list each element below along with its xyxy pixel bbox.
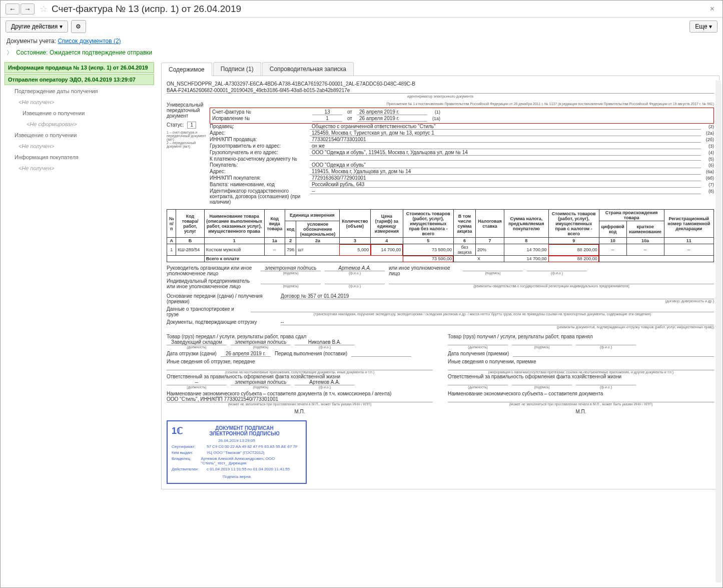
back-button[interactable]: ← (6, 4, 20, 15)
sidebar-status-not-received-2: <Не получен> (5, 141, 154, 151)
items-table: № п/п Код товара/ работ, услуг Наименова… (167, 209, 714, 262)
tab-content[interactable]: Содержимое (161, 63, 212, 76)
correction-number: 1 (312, 116, 342, 122)
doc-id-note: идентификатор электронного документа (167, 95, 714, 98)
doc-list-link[interactable]: Список документов (2) (58, 38, 121, 45)
head-signer: Артемов А.А. (325, 265, 385, 271)
status-value: 1 (187, 122, 196, 129)
sf-date: 26 апреля 2019 г. (357, 109, 427, 115)
basis-value: Договор № 357 от 01.04.2019 (281, 293, 714, 299)
doc-id-line1: ON_NSCHFDOPPR_2AL-A7303297-E6CA-4BD6-A73… (167, 81, 714, 87)
tab-cover-note[interactable]: Сопроводительная записка (262, 62, 354, 76)
sidebar-status-not-received-1: <Не получен> (5, 97, 154, 107)
favorite-icon[interactable]: ☆ (40, 4, 48, 15)
sidebar-item-sent-operator[interactable]: Отправлен оператору ЭДО, 26.04.2019 13:2… (5, 74, 154, 85)
table-row: 1 КШ-289/54 Костюм мужской -- 796 шт 5,0… (167, 244, 714, 256)
sidebar-status-not-formed: <Не сформирован> (5, 119, 154, 129)
status-note-2: 2 – передаточный документ (акт) (167, 141, 207, 148)
sidebar-item-receipt-notice-1[interactable]: Извещение о получении (5, 108, 154, 118)
sidebar-item-confirm-date[interactable]: Подтверждение даты получения (5, 86, 154, 96)
close-icon[interactable]: × (707, 5, 717, 14)
sf-number: 13 (312, 109, 342, 115)
doc-links-label: Документы учета: (7, 38, 56, 45)
sidebar-item-buyer-info[interactable]: Информация покупателя (5, 152, 154, 162)
upd-label: Универсальный передаточный документ (167, 102, 207, 119)
doc-id-line2: BAA-F241A5260682-00001_20190426_49cb3186… (167, 88, 714, 94)
chevron-right-icon: 〉 (7, 49, 13, 56)
more-button[interactable]: Еще ▾ (689, 21, 717, 33)
appendix-note: Приложение № 1 к постановлению Правитель… (210, 102, 714, 106)
document-body: ON_NSCHFDOPPR_2AL-A7303297-E6CA-4BD6-A73… (161, 76, 719, 489)
tab-signatures[interactable]: Подписи (1) (213, 62, 261, 76)
status-note-1: 1 – счет-фактура и передаточный документ… (167, 131, 207, 141)
page-title: Счет-фактура № 13 (испр. 1) от 26.04.201… (52, 4, 707, 15)
tree-icon-button[interactable]: ⚙ (71, 20, 86, 33)
other-actions-button[interactable]: Другие действия ▾ (6, 21, 68, 33)
sidebar-item-receipt-notice-2[interactable]: Извещение о получении (5, 130, 154, 140)
signature-stamp: 1ℂ ДОКУМЕНТ ПОДПИСАН ЭЛЕКТРОННОЙ ПОДПИСЬ… (167, 420, 307, 484)
logo-1c-icon: 1ℂ (172, 425, 183, 436)
scrollbar[interactable] (715, 81, 721, 582)
sidebar-item-seller-info[interactable]: Информация продавца № 13 (испр. 1) от 26… (5, 62, 154, 73)
forward-button[interactable]: → (21, 4, 35, 15)
table-total-row: Всего к оплате 73 500,00 Х 14 700,00 88 … (167, 256, 714, 262)
sidebar-status-not-received-3: <Не получен> (5, 163, 154, 173)
status-text: Состояние: Ожидается подтверждение отпра… (16, 49, 152, 56)
sidebar: Информация продавца № 13 (испр. 1) от 26… (1, 59, 158, 581)
correction-date: 26 апреля 2019 г. (357, 116, 427, 122)
